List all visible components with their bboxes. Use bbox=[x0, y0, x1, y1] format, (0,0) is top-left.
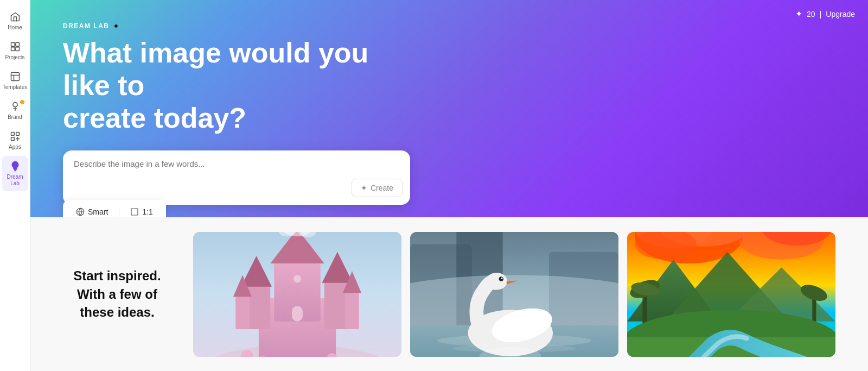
gallery-image-castle[interactable] bbox=[193, 232, 401, 357]
projects-icon bbox=[9, 41, 21, 53]
svg-rect-3 bbox=[15, 47, 19, 51]
sidebar-item-templates[interactable]: Templates bbox=[2, 66, 28, 95]
sparkle-icon: ✦ bbox=[113, 22, 119, 30]
bottom-section: Start inspired. With a few of these idea… bbox=[30, 217, 868, 371]
sidebar-item-templates-label: Templates bbox=[3, 84, 28, 91]
credits-separator: | bbox=[820, 10, 822, 18]
credits-icon: ✦ bbox=[795, 9, 802, 19]
search-box: ✦ Create bbox=[63, 150, 410, 205]
sidebar-item-brand[interactable]: Brand bbox=[2, 96, 28, 125]
apps-icon bbox=[9, 130, 21, 142]
svg-point-46 bbox=[499, 276, 504, 281]
svg-rect-1 bbox=[15, 43, 19, 47]
dreamlab-badge: DREAM LAB ✦ bbox=[63, 22, 835, 30]
create-button-label: Create bbox=[371, 184, 393, 192]
svg-point-26 bbox=[293, 275, 301, 282]
hero-title-line1: What image would you like to bbox=[63, 37, 368, 101]
svg-rect-7 bbox=[16, 133, 19, 136]
sidebar-item-apps[interactable]: Apps bbox=[2, 126, 28, 155]
sidebar-item-dreamlab-label: Dream Lab bbox=[4, 174, 26, 187]
svg-rect-24 bbox=[345, 290, 359, 329]
sidebar-item-dreamlab[interactable]: Dream Lab bbox=[2, 156, 28, 191]
dreamlab-icon bbox=[9, 160, 21, 172]
sidebar-item-projects-label: Projects bbox=[5, 54, 24, 61]
create-sparkle-icon: ✦ bbox=[361, 184, 367, 192]
svg-point-45 bbox=[486, 273, 507, 290]
sidebar-item-projects[interactable]: Projects bbox=[2, 36, 28, 65]
smart-globe-icon bbox=[76, 207, 85, 216]
sidebar: Home Projects Templates bbox=[0, 0, 30, 371]
svg-rect-2 bbox=[11, 47, 15, 51]
svg-rect-8 bbox=[11, 137, 14, 141]
image-description-input[interactable] bbox=[74, 159, 399, 187]
dreamlab-badge-text: DREAM LAB bbox=[63, 22, 110, 30]
hero-section: ✦ 20 | Upgrade DREAM LAB ✦ What image wo… bbox=[30, 0, 868, 217]
hero-title: What image would you like to create toda… bbox=[63, 37, 388, 134]
smart-mode-label: Smart bbox=[88, 207, 108, 216]
gallery-image-swan[interactable] bbox=[410, 232, 618, 357]
svg-rect-0 bbox=[11, 43, 15, 47]
gallery-image-sunset[interactable] bbox=[627, 232, 835, 357]
hero-title-line2: create today? bbox=[63, 102, 246, 134]
svg-rect-12 bbox=[131, 209, 138, 215]
image-gallery bbox=[193, 232, 835, 357]
svg-rect-9 bbox=[14, 169, 17, 171]
sidebar-item-home-label: Home bbox=[8, 24, 22, 31]
sidebar-item-apps-label: Apps bbox=[9, 144, 21, 150]
svg-rect-6 bbox=[11, 133, 14, 136]
svg-rect-22 bbox=[235, 294, 250, 329]
svg-rect-10 bbox=[14, 170, 16, 171]
home-icon bbox=[9, 11, 21, 23]
upgrade-area[interactable]: ✦ 20 | Upgrade bbox=[795, 9, 855, 19]
templates-icon bbox=[9, 71, 21, 83]
upgrade-label[interactable]: Upgrade bbox=[826, 10, 855, 18]
credits-count: 20 bbox=[807, 10, 815, 18]
inspired-line1: Start inspired. bbox=[63, 267, 171, 285]
options-separator bbox=[119, 206, 119, 217]
svg-point-47 bbox=[501, 277, 503, 279]
sidebar-item-brand-label: Brand bbox=[8, 114, 22, 121]
inspired-line3: these ideas. bbox=[63, 303, 171, 322]
aspect-ratio-label: 1:1 bbox=[142, 207, 152, 216]
brand-badge bbox=[20, 99, 25, 105]
create-button[interactable]: ✦ Create bbox=[352, 179, 403, 197]
inspired-line2: With a few of bbox=[63, 285, 171, 304]
sidebar-item-home[interactable]: Home bbox=[2, 7, 28, 35]
svg-rect-4 bbox=[11, 73, 19, 81]
svg-point-5 bbox=[12, 103, 17, 107]
main-content: ✦ 20 | Upgrade DREAM LAB ✦ What image wo… bbox=[30, 0, 868, 371]
svg-rect-27 bbox=[292, 306, 303, 321]
inspired-text: Start inspired. With a few of these idea… bbox=[63, 267, 171, 322]
ratio-square-icon bbox=[130, 207, 139, 216]
